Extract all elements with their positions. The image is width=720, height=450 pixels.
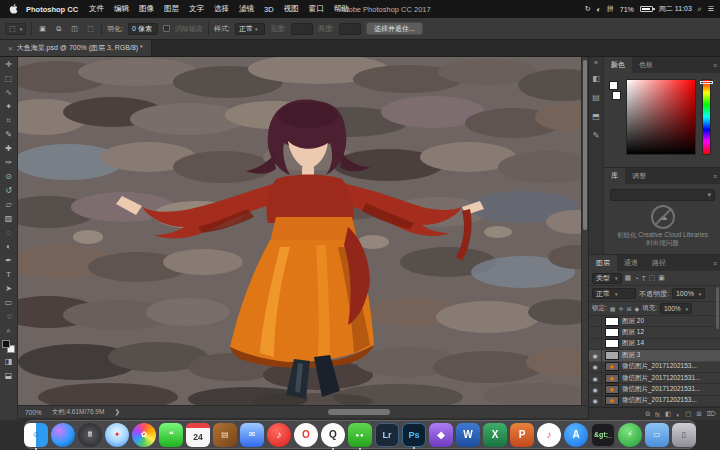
collapsed-panel-icon[interactable]: ✎: [589, 126, 603, 145]
lock-position-icon[interactable]: ✛: [618, 305, 623, 312]
menu-clock[interactable]: 周二 11:03: [659, 4, 692, 14]
scrollbar-thumb[interactable]: [583, 60, 587, 230]
layer-row[interactable]: ◉微信图片_201712021531...: [589, 384, 720, 395]
type-tool[interactable]: T: [0, 268, 17, 282]
panel-menu-icon[interactable]: ≡: [709, 255, 720, 271]
dock-launchpad-icon[interactable]: ⠿: [78, 423, 102, 447]
layer-thumbnail[interactable]: [605, 396, 619, 405]
collapsed-panel-icon[interactable]: ⬒: [589, 107, 603, 126]
layer-thumbnail[interactable]: [605, 385, 619, 394]
clone-stamp-tool[interactable]: ⊙: [0, 170, 17, 184]
layer-thumbnail[interactable]: [605, 317, 619, 326]
lock-transparency-icon[interactable]: ▦: [610, 305, 616, 312]
lasso-tool[interactable]: ∿: [0, 86, 17, 100]
saturation-brightness-picker[interactable]: [626, 79, 696, 155]
sync-icon[interactable]: ↻: [585, 5, 591, 13]
panel-menu-icon[interactable]: ≡: [709, 57, 720, 73]
canvas-horizontal-scrollbar[interactable]: [328, 409, 390, 415]
dodge-tool[interactable]: ◐: [0, 240, 17, 254]
width-input[interactable]: [291, 23, 313, 35]
layer-thumbnail[interactable]: [605, 374, 619, 383]
layer-effects-icon[interactable]: fx: [655, 411, 660, 418]
layer-mask-icon[interactable]: ◧: [665, 410, 671, 418]
tab-libraries[interactable]: 库: [604, 168, 625, 184]
blur-tool[interactable]: ◌: [0, 226, 17, 240]
height-input[interactable]: [339, 23, 361, 35]
status-arrow-icon[interactable]: ❯: [114, 408, 119, 416]
opacity-select[interactable]: 100%▾: [672, 288, 705, 299]
dock-messages-icon[interactable]: ❝: [159, 423, 183, 447]
document-tab[interactable]: × 大鱼海棠.psd @ 700% (图层 3, RGB/8) *: [0, 40, 152, 56]
layer-filter-select[interactable]: 类型▾: [592, 273, 622, 284]
visibility-toggle[interactable]: ◉: [589, 384, 602, 394]
canvas-artwork[interactable]: [18, 57, 581, 405]
brush-tool[interactable]: ✑: [0, 156, 17, 170]
zoom-tool[interactable]: ⌕: [0, 324, 17, 338]
tab-paths[interactable]: 路径: [645, 255, 673, 271]
hue-slider[interactable]: [702, 79, 711, 155]
dock-finder-icon[interactable]: ☺: [24, 423, 48, 447]
dock-lightroom-icon[interactable]: Lr: [375, 423, 399, 447]
hand-tool[interactable]: ☜: [0, 310, 17, 324]
layer-row[interactable]: ◉微信图片_20171202153...: [589, 362, 720, 373]
visibility-toggle[interactable]: ◉: [589, 396, 602, 406]
spotlight-icon[interactable]: ⌕: [698, 5, 702, 13]
dock-excel-icon[interactable]: X: [483, 423, 507, 447]
link-layers-icon[interactable]: ⧉: [645, 410, 650, 418]
bg-swatch[interactable]: [612, 91, 621, 100]
magic-wand-tool[interactable]: ✦: [0, 100, 17, 114]
filter-pixel-layers-icon[interactable]: ▦: [625, 274, 632, 282]
dock-music-app-icon[interactable]: ♪: [267, 423, 291, 447]
foreground-color[interactable]: [2, 340, 10, 348]
dock-mail-icon[interactable]: ✉: [240, 423, 264, 447]
collapsed-panel-icon[interactable]: ▤: [589, 88, 603, 107]
gradient-tool[interactable]: ▨: [0, 212, 17, 226]
layer-thumbnail[interactable]: [605, 339, 619, 348]
menu-window[interactable]: 窗口: [304, 4, 329, 14]
menu-filter[interactable]: 滤镜: [234, 4, 259, 14]
hue-slider-handle[interactable]: [700, 81, 713, 84]
healing-brush-tool[interactable]: ✚: [0, 142, 17, 156]
dock-appstore-icon[interactable]: A: [564, 423, 588, 447]
visibility-toggle[interactable]: ◉: [589, 362, 602, 372]
dock-powerpoint-icon[interactable]: P: [510, 423, 534, 447]
canvas-area[interactable]: [18, 57, 588, 405]
crop-tool[interactable]: ⌗: [0, 114, 17, 128]
close-tab-icon[interactable]: ×: [8, 44, 13, 53]
dock-utility-icon[interactable]: ⚡: [618, 423, 642, 447]
selection-mode-subtract[interactable]: ◫: [69, 23, 80, 34]
zoom-level[interactable]: 700%: [25, 409, 42, 416]
tab-adjustments[interactable]: 调整: [625, 168, 653, 184]
blend-mode-select[interactable]: 正常▾: [592, 288, 636, 299]
tab-layers[interactable]: 图层: [589, 255, 617, 271]
quick-mask-tool[interactable]: ◨: [0, 355, 17, 369]
dock-terminal-icon[interactable]: &gt;_: [591, 423, 615, 447]
display-icon[interactable]: ◐: [597, 6, 601, 13]
collapsed-panel-icon[interactable]: ◧: [589, 69, 603, 88]
menu-file[interactable]: 文件: [84, 4, 109, 14]
battery-icon[interactable]: [640, 6, 653, 12]
selection-mode-intersect[interactable]: ⬚: [85, 23, 96, 34]
menu-select[interactable]: 选择: [209, 4, 234, 14]
delete-layer-icon[interactable]: ⌦: [707, 410, 716, 418]
visibility-toggle[interactable]: [589, 327, 602, 337]
menu-3d[interactable]: 3D: [259, 5, 279, 14]
selection-mode-new[interactable]: ▣: [37, 23, 48, 34]
tab-swatches[interactable]: 色板: [632, 57, 660, 73]
history-brush-tool[interactable]: ↺: [0, 184, 17, 198]
layer-row[interactable]: ◉微信图片_20171202153...: [589, 396, 720, 407]
tab-color[interactable]: 颜色: [604, 57, 632, 73]
dock-app-icon[interactable]: ◆: [429, 423, 453, 447]
foreground-background-swatches[interactable]: [2, 340, 15, 353]
panel-menu-icon[interactable]: ≡: [709, 168, 720, 184]
layer-row[interactable]: 图层 12: [589, 327, 720, 338]
filter-smart-objects-icon[interactable]: ▣: [658, 274, 665, 282]
dock-trash-icon[interactable]: ▯: [672, 423, 696, 447]
dock-photos-icon[interactable]: ✿: [132, 423, 156, 447]
lock-all-icon[interactable]: ◆: [635, 305, 640, 312]
layer-thumbnail[interactable]: [605, 328, 619, 337]
libraries-dropdown[interactable]: ▾: [610, 189, 715, 201]
eyedropper-tool[interactable]: ✎: [0, 128, 17, 142]
path-select-tool[interactable]: ➤: [0, 282, 17, 296]
move-tool[interactable]: ✛: [0, 58, 17, 72]
